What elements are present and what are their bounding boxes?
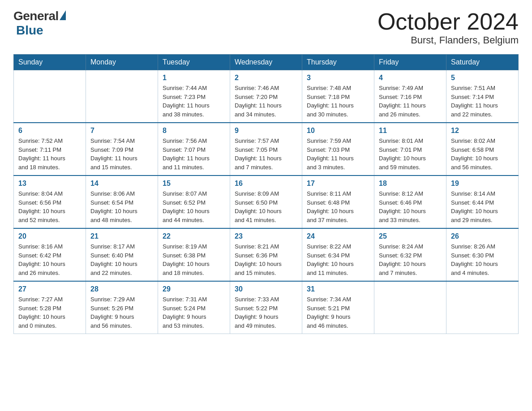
day-number: 22 — [163, 232, 225, 240]
calendar-cell — [86, 70, 158, 123]
column-header-thursday: Thursday — [302, 55, 374, 70]
day-number: 26 — [451, 232, 514, 240]
logo-general-text: General — [13, 9, 59, 23]
day-info: Sunrise: 7:52 AM Sunset: 7:11 PM Dayligh… — [18, 137, 81, 171]
calendar-cell: 5Sunrise: 7:51 AM Sunset: 7:14 PM Daylig… — [446, 70, 519, 123]
calendar-cell: 21Sunrise: 8:17 AM Sunset: 6:40 PM Dayli… — [86, 228, 158, 281]
calendar-cell: 13Sunrise: 8:04 AM Sunset: 6:56 PM Dayli… — [14, 176, 86, 228]
calendar-cell: 22Sunrise: 8:19 AM Sunset: 6:38 PM Dayli… — [158, 228, 230, 281]
day-info: Sunrise: 8:14 AM Sunset: 6:44 PM Dayligh… — [451, 189, 514, 224]
day-info: Sunrise: 7:54 AM Sunset: 7:09 PM Dayligh… — [90, 137, 153, 171]
column-header-friday: Friday — [374, 55, 446, 70]
day-info: Sunrise: 7:27 AM Sunset: 5:28 PM Dayligh… — [18, 295, 81, 330]
day-info: Sunrise: 7:56 AM Sunset: 7:07 PM Dayligh… — [163, 137, 225, 171]
column-header-sunday: Sunday — [14, 55, 86, 70]
day-info: Sunrise: 7:31 AM Sunset: 5:24 PM Dayligh… — [163, 295, 225, 330]
logo: General Blue — [13, 9, 66, 38]
calendar-cell: 2Sunrise: 7:46 AM Sunset: 7:20 PM Daylig… — [230, 70, 302, 123]
day-info: Sunrise: 8:01 AM Sunset: 7:01 PM Dayligh… — [379, 137, 442, 171]
week-row-5: 27Sunrise: 7:27 AM Sunset: 5:28 PM Dayli… — [14, 281, 519, 334]
day-number: 11 — [379, 127, 442, 135]
calendar-cell: 15Sunrise: 8:07 AM Sunset: 6:52 PM Dayli… — [158, 176, 230, 228]
calendar-cell: 17Sunrise: 8:11 AM Sunset: 6:48 PM Dayli… — [302, 176, 374, 228]
calendar-cell: 16Sunrise: 8:09 AM Sunset: 6:50 PM Dayli… — [230, 176, 302, 228]
day-info: Sunrise: 7:46 AM Sunset: 7:20 PM Dayligh… — [235, 84, 297, 119]
calendar-table: SundayMondayTuesdayWednesdayThursdayFrid… — [13, 54, 519, 334]
calendar-cell: 6Sunrise: 7:52 AM Sunset: 7:11 PM Daylig… — [14, 123, 86, 176]
day-number: 8 — [163, 127, 225, 135]
day-info: Sunrise: 7:48 AM Sunset: 7:18 PM Dayligh… — [307, 84, 369, 119]
day-info: Sunrise: 8:07 AM Sunset: 6:52 PM Dayligh… — [163, 189, 225, 224]
day-info: Sunrise: 8:24 AM Sunset: 6:32 PM Dayligh… — [379, 242, 442, 277]
day-info: Sunrise: 7:33 AM Sunset: 5:22 PM Dayligh… — [235, 295, 297, 330]
day-info: Sunrise: 7:44 AM Sunset: 7:23 PM Dayligh… — [163, 84, 225, 119]
calendar-cell: 31Sunrise: 7:34 AM Sunset: 5:21 PM Dayli… — [302, 281, 374, 334]
day-info: Sunrise: 8:21 AM Sunset: 6:36 PM Dayligh… — [235, 242, 297, 277]
calendar-cell — [446, 281, 519, 334]
day-number: 23 — [235, 232, 297, 240]
calendar-cell: 14Sunrise: 8:06 AM Sunset: 6:54 PM Dayli… — [86, 176, 158, 228]
column-header-monday: Monday — [86, 55, 158, 70]
day-info: Sunrise: 8:11 AM Sunset: 6:48 PM Dayligh… — [307, 189, 369, 224]
day-number: 14 — [90, 180, 153, 188]
day-number: 2 — [235, 74, 297, 82]
day-number: 15 — [163, 180, 225, 188]
day-number: 12 — [451, 127, 514, 135]
calendar-header-row: SundayMondayTuesdayWednesdayThursdayFrid… — [14, 55, 519, 70]
day-number: 1 — [163, 74, 225, 82]
day-info: Sunrise: 8:17 AM Sunset: 6:40 PM Dayligh… — [90, 242, 153, 277]
day-number: 16 — [235, 180, 297, 188]
day-info: Sunrise: 8:04 AM Sunset: 6:56 PM Dayligh… — [18, 189, 81, 224]
day-number: 21 — [90, 232, 153, 240]
day-info: Sunrise: 8:09 AM Sunset: 6:50 PM Dayligh… — [235, 189, 297, 224]
day-number: 28 — [90, 285, 153, 293]
day-number: 24 — [307, 232, 369, 240]
day-number: 20 — [18, 232, 81, 240]
day-number: 25 — [379, 232, 442, 240]
calendar-cell: 27Sunrise: 7:27 AM Sunset: 5:28 PM Dayli… — [14, 281, 86, 334]
calendar-cell: 10Sunrise: 7:59 AM Sunset: 7:03 PM Dayli… — [302, 123, 374, 176]
day-info: Sunrise: 8:06 AM Sunset: 6:54 PM Dayligh… — [90, 189, 153, 224]
day-number: 30 — [235, 285, 297, 293]
page-header: General Blue October 2024 Burst, Flander… — [13, 9, 519, 46]
day-number: 17 — [307, 180, 369, 188]
column-header-wednesday: Wednesday — [230, 55, 302, 70]
day-number: 10 — [307, 127, 369, 135]
day-number: 19 — [451, 180, 514, 188]
day-info: Sunrise: 8:02 AM Sunset: 6:58 PM Dayligh… — [451, 137, 514, 171]
day-info: Sunrise: 8:26 AM Sunset: 6:30 PM Dayligh… — [451, 242, 514, 277]
week-row-1: 1Sunrise: 7:44 AM Sunset: 7:23 PM Daylig… — [14, 70, 519, 123]
day-info: Sunrise: 8:22 AM Sunset: 6:34 PM Dayligh… — [307, 242, 369, 277]
logo-triangle-icon — [60, 10, 66, 20]
week-row-4: 20Sunrise: 8:16 AM Sunset: 6:42 PM Dayli… — [14, 228, 519, 281]
calendar-cell: 18Sunrise: 8:12 AM Sunset: 6:46 PM Dayli… — [374, 176, 446, 228]
day-number: 9 — [235, 127, 297, 135]
calendar-cell: 12Sunrise: 8:02 AM Sunset: 6:58 PM Dayli… — [446, 123, 519, 176]
calendar-cell: 9Sunrise: 7:57 AM Sunset: 7:05 PM Daylig… — [230, 123, 302, 176]
logo-blue-text: Blue — [16, 23, 43, 37]
title-section: October 2024 Burst, Flanders, Belgium — [378, 9, 519, 46]
location-text: Burst, Flanders, Belgium — [378, 34, 519, 46]
calendar-cell — [374, 281, 446, 334]
calendar-cell: 29Sunrise: 7:31 AM Sunset: 5:24 PM Dayli… — [158, 281, 230, 334]
calendar-cell: 30Sunrise: 7:33 AM Sunset: 5:22 PM Dayli… — [230, 281, 302, 334]
day-info: Sunrise: 8:16 AM Sunset: 6:42 PM Dayligh… — [18, 242, 81, 277]
calendar-cell: 4Sunrise: 7:49 AM Sunset: 7:16 PM Daylig… — [374, 70, 446, 123]
day-number: 5 — [451, 74, 514, 82]
calendar-cell: 1Sunrise: 7:44 AM Sunset: 7:23 PM Daylig… — [158, 70, 230, 123]
calendar-cell: 7Sunrise: 7:54 AM Sunset: 7:09 PM Daylig… — [86, 123, 158, 176]
calendar-cell — [14, 70, 86, 123]
day-number: 27 — [18, 285, 81, 293]
day-info: Sunrise: 7:49 AM Sunset: 7:16 PM Dayligh… — [379, 84, 442, 119]
day-info: Sunrise: 8:19 AM Sunset: 6:38 PM Dayligh… — [163, 242, 225, 277]
day-info: Sunrise: 8:12 AM Sunset: 6:46 PM Dayligh… — [379, 189, 442, 224]
day-info: Sunrise: 7:59 AM Sunset: 7:03 PM Dayligh… — [307, 137, 369, 171]
week-row-3: 13Sunrise: 8:04 AM Sunset: 6:56 PM Dayli… — [14, 176, 519, 228]
calendar-cell: 28Sunrise: 7:29 AM Sunset: 5:26 PM Dayli… — [86, 281, 158, 334]
day-number: 13 — [18, 180, 81, 188]
day-info: Sunrise: 7:51 AM Sunset: 7:14 PM Dayligh… — [451, 84, 514, 119]
month-title: October 2024 — [378, 9, 519, 34]
day-number: 7 — [90, 127, 153, 135]
day-info: Sunrise: 7:57 AM Sunset: 7:05 PM Dayligh… — [235, 137, 297, 171]
day-number: 18 — [379, 180, 442, 188]
